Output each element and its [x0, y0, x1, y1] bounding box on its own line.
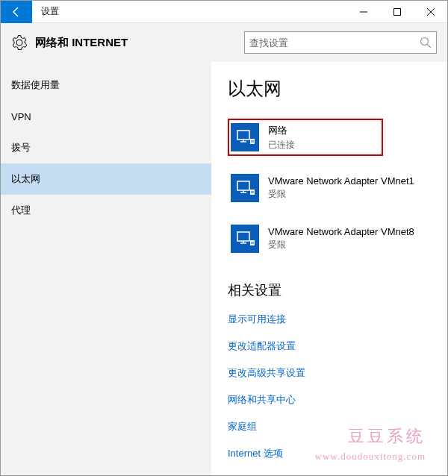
- maximize-icon: [393, 8, 401, 16]
- link-advanced-sharing[interactable]: 更改高级共享设置: [228, 366, 431, 380]
- svg-rect-15: [250, 190, 255, 195]
- network-name: VMware Network Adapter VMnet1: [268, 175, 414, 187]
- link-homegroup[interactable]: 家庭组: [228, 420, 431, 433]
- back-button[interactable]: [1, 1, 32, 23]
- svg-rect-9: [250, 139, 255, 144]
- link-show-connections[interactable]: 显示可用连接: [228, 313, 431, 326]
- main-content: 以太网 网络 已连接 VMware Network Adapter VMnet1…: [211, 62, 447, 475]
- gear-icon: [11, 34, 28, 51]
- sidebar-item-ethernet[interactable]: 以太网: [1, 163, 211, 195]
- header: 网络和 INTERNET: [1, 23, 447, 62]
- svg-rect-6: [237, 131, 249, 140]
- network-item[interactable]: VMware Network Adapter VMnet1 受限: [228, 169, 431, 207]
- link-windows-firewall[interactable]: Windows 防火墙: [228, 474, 431, 475]
- minimize-icon: [360, 8, 367, 16]
- network-status: 受限: [268, 188, 414, 201]
- svg-rect-18: [237, 232, 249, 241]
- link-internet-options[interactable]: Internet 选项: [228, 447, 431, 460]
- header-title: 网络和 INTERNET: [35, 36, 128, 50]
- minimize-button[interactable]: [346, 1, 380, 23]
- page-heading: 以太网: [228, 77, 431, 101]
- svg-rect-12: [237, 181, 249, 190]
- network-item[interactable]: 网络 已连接: [228, 119, 383, 156]
- search-icon: [420, 37, 432, 48]
- svg-rect-21: [250, 240, 255, 245]
- search-box[interactable]: [244, 31, 437, 54]
- related-settings-heading: 相关设置: [228, 281, 431, 299]
- network-name: 网络: [268, 124, 295, 137]
- sidebar-item-dialup[interactable]: 拨号: [1, 132, 211, 163]
- network-name: VMware Network Adapter VMnet8: [268, 226, 414, 237]
- close-button[interactable]: [414, 1, 447, 23]
- sidebar-item-vpn[interactable]: VPN: [1, 101, 211, 132]
- sidebar-item-data-usage[interactable]: 数据使用量: [1, 69, 211, 101]
- svg-point-4: [421, 38, 429, 46]
- ethernet-icon: [231, 225, 259, 253]
- link-adapter-settings[interactable]: 更改适配器设置: [228, 339, 431, 353]
- svg-line-5: [428, 45, 432, 48]
- titlebar: 设置: [1, 1, 447, 23]
- arrow-left-icon: [10, 6, 22, 18]
- network-status: 已连接: [268, 139, 295, 151]
- search-input[interactable]: [249, 37, 420, 48]
- window-title: 设置: [41, 5, 59, 18]
- network-item[interactable]: VMware Network Adapter VMnet8 受限: [228, 220, 431, 257]
- network-status: 受限: [268, 239, 414, 251]
- maximize-button[interactable]: [380, 1, 414, 23]
- ethernet-icon: [231, 174, 259, 202]
- svg-rect-1: [393, 8, 400, 15]
- sidebar-item-proxy[interactable]: 代理: [1, 195, 211, 226]
- ethernet-icon: [231, 123, 259, 151]
- close-icon: [427, 8, 435, 16]
- link-network-sharing-center[interactable]: 网络和共享中心: [228, 393, 431, 407]
- sidebar: 数据使用量 VPN 拨号 以太网 代理: [1, 62, 211, 475]
